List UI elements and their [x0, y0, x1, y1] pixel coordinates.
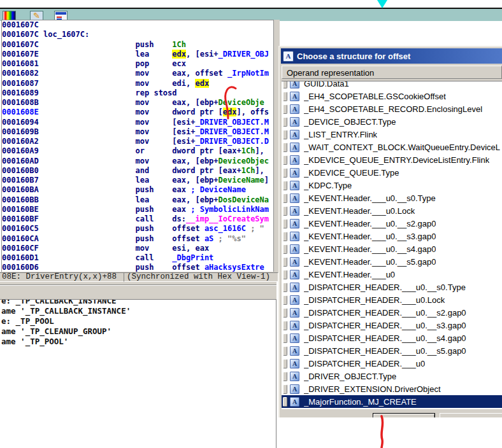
structure-label: _DISPATCHER_HEADER.___u0.__s0.Type: [304, 283, 466, 292]
row-pill: [283, 104, 287, 114]
row-pill: [283, 346, 287, 356]
disasm-line[interactable]: 000160AD mov eax, [ebp+DeviceObjec: [2, 157, 274, 166]
row-pill: [283, 232, 287, 241]
disasm-line[interactable]: 0001607C push 1Ch: [2, 40, 274, 50]
structure-row[interactable]: A_KEVENT.Header.___u0.__s2.gap0: [282, 217, 502, 230]
address: 000160A9: [2, 146, 39, 155]
colors-icon[interactable]: [3, 11, 16, 20]
structure-label: _DEVICE_OBJECT.Type: [304, 117, 396, 127]
disasm-line[interactable]: 000160A2 mov [esi+_DRIVER_OBJECT.D: [2, 137, 274, 146]
structure-row[interactable]: A_DRIVER_OBJECT.Type: [282, 370, 502, 382]
ok-button[interactable]: [373, 413, 435, 417]
structure-row[interactable]: A_KDEVICE_QUEUE.Type: [282, 166, 502, 179]
row-pill: [283, 244, 287, 254]
structure-label: _DISPATCHER_HEADER.___u0.__s4.gap0: [304, 333, 466, 343]
struct-icon: A: [290, 257, 299, 267]
disasm-line[interactable]: 00016089 rep stosd: [2, 88, 274, 98]
structure-row[interactable]: A_DRIVER_EXTENSION.DriverObject: [282, 382, 502, 395]
structure-row[interactable]: A_DISPATCHER_HEADER.___u0.__s5.gap0: [282, 344, 502, 357]
struct-icon: A: [290, 321, 299, 330]
output-pane[interactable]: e: _TP_CALLBACK_INSTANCEame '_TP_CALLBAC…: [0, 299, 276, 448]
structure-row[interactable]: A_EH4_SCOPETABLE.GSCookieOffset: [282, 90, 502, 102]
structure-label: _EH4_SCOPETABLE.GSCookieOffset: [304, 92, 446, 101]
structure-list[interactable]: AGUID.Data1A_EH4_SCOPETABLE.GSCookieOffs…: [282, 81, 502, 409]
row-pill: [283, 283, 287, 292]
structure-label: _DISPATCHER_HEADER.___u0.Lock: [304, 295, 445, 305]
structure-row[interactable]: A_LIST_ENTRY.Flink: [282, 128, 502, 141]
disasm-line[interactable]: 000160B0 and dword ptr [eax+1Ch],: [2, 166, 274, 176]
structure-row[interactable]: A_KEVENT.Header.___u0: [282, 268, 502, 281]
structure-label: _KDPC.Type: [304, 181, 352, 190]
disasm-line[interactable]: 000160CF mov esi, eax: [2, 244, 274, 253]
structure-row[interactable]: AGUID.Data1: [282, 81, 502, 90]
disasm-line[interactable]: 00016081 pop ecx: [2, 59, 274, 69]
address: 00016094: [2, 118, 39, 127]
dialog-title-bar[interactable]: A Choose a structure for offset: [281, 48, 502, 64]
structure-label: _LIST_ENTRY.Flink: [304, 130, 377, 139]
structure-row[interactable]: A_DISPATCHER_HEADER.___u0.__s3.gap0: [282, 319, 502, 332]
structure-row[interactable]: A_DISPATCHER_HEADER.___u0: [282, 357, 502, 370]
structure-row[interactable]: A_KEVENT.Header.___u0.__s5.gap0: [282, 255, 502, 268]
output-line: e: _TP_CALLBACK_INSTANCE: [0, 299, 276, 306]
column-header-operand-representation[interactable]: Operand representation: [282, 66, 502, 79]
structure-row[interactable]: A_DISPATCHER_HEADER.___u0.__s0.Type: [282, 281, 502, 293]
disasm-line[interactable]: 0001607C: [2, 20, 274, 30]
structure-row[interactable]: A_DISPATCHER_HEADER.___u0.Lock: [282, 293, 502, 306]
disasm-line[interactable]: 0001608B mov eax, [ebp+DeviceObje: [2, 98, 274, 108]
disasm-line[interactable]: 000160BB lea eax, [ebp+DosDeviceNa: [2, 195, 274, 205]
struct-icon: A: [290, 346, 299, 356]
struct-icon: A: [290, 219, 299, 228]
structure-row[interactable]: A_KDPC.Type: [282, 179, 502, 192]
ida-app-icon: A: [283, 51, 294, 62]
row-pill: [283, 397, 287, 407]
structure-row[interactable]: A_KEVENT.Header.___u0.__s3.gap0: [282, 230, 502, 242]
disasm-line[interactable]: 000160BF call ds:__imp__IoCreateSym: [2, 214, 274, 224]
disasm-line[interactable]: 000160BE push eax ; SymbolicLinkNam: [2, 205, 274, 214]
struct-icon: A: [290, 308, 299, 318]
struct-icon: A: [290, 295, 299, 305]
disassembly-view[interactable]: 0001607C0001607C loc_1607C:0001607C push…: [1, 20, 274, 273]
disasm-line[interactable]: 000160CA push offset aS ; "%s": [2, 234, 274, 244]
disasm-line[interactable]: 000160C5 push offset asc_1616C ; ": [2, 224, 274, 234]
structure-row[interactable]: A_KEVENT.Header.___u0.__s4.gap0: [282, 242, 502, 255]
disasm-line[interactable]: 00016082 mov eax, offset _IrpNotIm: [2, 69, 274, 78]
structure-label: _KEVENT.Header.___u0.__s3.gap0: [304, 232, 436, 241]
structure-row[interactable]: A_KDEVICE_QUEUE_ENTRY.DeviceListEntry.Fl…: [282, 153, 502, 166]
disasm-line[interactable]: 00016087 mov edi, edx: [2, 79, 274, 88]
structure-row[interactable]: A_KEVENT.Header.___u0.__s0.Type: [282, 192, 502, 204]
structure-row[interactable]: A_WAIT_CONTEXT_BLOCK.WaitQueueEntry.Devi…: [282, 141, 502, 153]
structure-label: _WAIT_CONTEXT_BLOCK.WaitQueueEntry.Devic…: [304, 143, 500, 152]
struct-icon: A: [290, 193, 299, 203]
disasm-line[interactable]: 0001609B mov [esi+_DRIVER_OBJECT.M: [2, 127, 274, 137]
row-pill: [283, 257, 287, 267]
struct-icon: A: [290, 130, 299, 139]
disasm-line[interactable]: 0001607C loc_1607C:: [2, 30, 274, 39]
structure-row[interactable]: A_DISPATCHER_HEADER.___u0.__s4.gap0: [282, 332, 502, 344]
structure-row[interactable]: A_EH4_SCOPETABLE_RECORD.EnclosingLevel: [282, 102, 502, 115]
structure-row[interactable]: A_DEVICE_OBJECT.Type: [282, 115, 502, 128]
cancel-button[interactable]: [440, 413, 502, 417]
status-bar: 08E: DriverEntry(x,x)+88 (Synchronized w…: [0, 272, 276, 283]
disasm-line[interactable]: 000160A9 or dword ptr [eax+1Ch],: [2, 146, 274, 156]
disasm-line[interactable]: 000160D1 call _DbgPrint: [2, 253, 274, 263]
window-icon[interactable]: [54, 11, 68, 20]
structure-row[interactable]: A_MajorFunction._MJ_CREATE: [282, 395, 502, 408]
disasm-line[interactable]: 000160BA push eax ; DeviceName: [2, 185, 274, 195]
structure-label: _KEVENT.Header.___u0.__s4.gap0: [304, 244, 436, 254]
disasm-line[interactable]: 0001607E lea edx, [esi+_DRIVER_OBJ: [2, 50, 274, 59]
row-pill: [283, 181, 287, 190]
disasm-line[interactable]: 000160B7 lea eax, [ebp+DeviceName]: [2, 176, 274, 185]
structure-row[interactable]: A_KEVENT.Header.___u0.Lock: [282, 204, 502, 217]
row-pill: [283, 219, 287, 228]
structure-label: _KDEVICE_QUEUE_ENTRY.DeviceListEntry.Fli…: [304, 155, 489, 165]
status-location: 08E: DriverEntry(x,x)+88: [0, 272, 129, 282]
disasm-line[interactable]: 00016094 mov [esi+_DRIVER_OBJECT.M: [2, 118, 274, 127]
edit-icon[interactable]: ✎: [30, 11, 43, 20]
structure-row[interactable]: A_DISPATCHER_HEADER.___u0.__s2.gap0: [282, 306, 502, 319]
disasm-line[interactable]: 0001608E mov dword ptr [edx], offs: [2, 108, 274, 117]
address: 000160D6: [2, 263, 39, 272]
address: 000160B7: [2, 176, 39, 185]
address: 00016087: [2, 79, 39, 88]
address: 000160C5: [2, 224, 39, 233]
structure-label: _KEVENT.Header.___u0.Lock: [304, 206, 415, 216]
